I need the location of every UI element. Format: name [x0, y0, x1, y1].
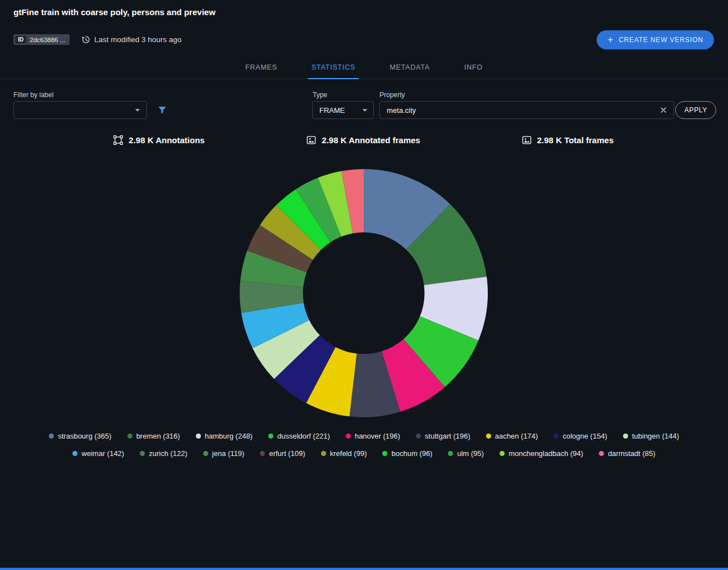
legend-label: strasbourg (365) — [58, 432, 111, 440]
legend-color-dot — [196, 434, 201, 439]
legend-color-dot — [268, 434, 273, 439]
id-badge-label: ID — [15, 36, 26, 43]
legend-label: monchengladbach (94) — [509, 449, 583, 458]
create-new-version-button[interactable]: + CREATE NEW VERSION — [597, 30, 714, 49]
legend-item-strasbourg[interactable]: strasbourg (365) — [49, 432, 111, 440]
legend-label: aachen (174) — [495, 432, 538, 440]
legend-label: zurich (122) — [149, 449, 187, 458]
legend-item-hamburg[interactable]: hamburg (248) — [196, 432, 253, 440]
legend-label: erfurt (109) — [269, 449, 305, 458]
tab-metadata[interactable]: METADATA — [386, 56, 433, 79]
tab-info[interactable]: INFO — [461, 56, 486, 79]
annotations-icon — [113, 135, 123, 145]
legend-color-dot — [382, 451, 387, 456]
legend-item-cologne[interactable]: cologne (154) — [553, 432, 607, 440]
filter-funnel-icon[interactable] — [157, 105, 167, 115]
chevron-down-icon — [132, 104, 143, 116]
stat-annotated-frames: 2.98 K Annotated frames — [261, 135, 465, 145]
city-distribution-donut-chart — [235, 164, 493, 422]
legend-label: stuttgart (196) — [425, 432, 470, 440]
legend-item-erfurt[interactable]: erfurt (109) — [260, 449, 305, 458]
legend-item-dusseldorf[interactable]: dusseldorf (221) — [268, 432, 330, 440]
stat-text: 2.98 K Total frames — [537, 135, 613, 145]
type-select[interactable]: FRAME — [312, 101, 374, 119]
legend-item-bochum[interactable]: bochum (96) — [382, 449, 432, 458]
legend-item-ulm[interactable]: ulm (95) — [448, 449, 484, 458]
legend-color-dot — [346, 434, 351, 439]
legend-label: bremen (316) — [136, 432, 180, 440]
legend-row: strasbourg (365)bremen (316)hamburg (248… — [0, 432, 728, 440]
legend-label: tubingen (144) — [632, 432, 679, 440]
chart-legend: strasbourg (365)bremen (316)hamburg (248… — [0, 432, 728, 467]
filter-by-label-label: Filter by label — [13, 91, 53, 99]
legend-item-stuttgart[interactable]: stuttgart (196) — [416, 432, 470, 440]
legend-color-dot — [599, 451, 604, 456]
tab-bar: FRAMES STATISTICS METADATA INFO — [0, 56, 728, 79]
dataset-id-chip[interactable]: ID 2dc63886 ... — [13, 34, 70, 45]
legend-label: cologne (154) — [562, 432, 607, 440]
legend-color-dot — [486, 434, 491, 439]
last-modified: Last modified 3 hours ago — [81, 35, 181, 44]
legend-label: dusseldorf (221) — [277, 432, 330, 440]
legend-color-dot — [260, 451, 265, 456]
bottom-progress-bar — [0, 568, 728, 570]
property-input-wrap — [379, 101, 674, 119]
history-icon — [81, 35, 90, 44]
legend-label: bochum (96) — [391, 449, 432, 458]
legend-color-dot — [127, 434, 132, 439]
dataset-id-value: 2dc63886 ... — [30, 37, 68, 43]
tab-statistics[interactable]: STATISTICS — [308, 56, 359, 79]
apply-button[interactable]: APPLY — [675, 101, 716, 119]
type-select-value: FRAME — [319, 106, 345, 115]
stat-total-frames: 2.98 K Total frames — [465, 135, 670, 145]
property-input[interactable] — [387, 106, 659, 115]
legend-item-jena[interactable]: jena (119) — [203, 449, 245, 458]
stat-text: 2.98 K Annotated frames — [322, 135, 420, 145]
legend-color-dot — [500, 451, 505, 456]
legend-item-darmstadt[interactable]: darmstadt (85) — [599, 449, 656, 458]
legend-label: darmstadt (85) — [608, 449, 656, 458]
tab-frames[interactable]: FRAMES — [242, 56, 281, 79]
legend-item-zurich[interactable]: zurich (122) — [140, 449, 187, 458]
page-title: gtFine train with coarse poly, persons a… — [13, 7, 216, 17]
legend-color-dot — [623, 434, 628, 439]
legend-item-monchengladbach[interactable]: monchengladbach (94) — [500, 449, 583, 458]
legend-color-dot — [321, 451, 326, 456]
stats-row: 2.98 K Annotations 2.98 K Annotated fram… — [57, 135, 670, 145]
clear-icon[interactable] — [659, 106, 668, 115]
legend-label: krefeld (99) — [330, 449, 367, 458]
dataset-statistics-page: gtFine train with coarse poly, persons a… — [0, 0, 728, 570]
legend-label: jena (119) — [212, 449, 245, 458]
legend-item-aachen[interactable]: aachen (174) — [486, 432, 538, 440]
legend-item-tubingen[interactable]: tubingen (144) — [623, 432, 679, 440]
legend-item-krefeld[interactable]: krefeld (99) — [321, 449, 367, 458]
legend-color-dot — [72, 451, 77, 456]
property-label: Property — [379, 91, 405, 99]
legend-label: ulm (95) — [457, 449, 484, 458]
create-new-version-label: CREATE NEW VERSION — [619, 36, 703, 44]
legend-color-dot — [416, 434, 421, 439]
plus-icon: + — [607, 35, 613, 44]
legend-item-hanover[interactable]: hanover (196) — [346, 432, 400, 440]
legend-label: hanover (196) — [355, 432, 400, 440]
legend-color-dot — [448, 451, 453, 456]
type-label: Type — [313, 91, 327, 99]
legend-row: weimar (142)zurich (122)jena (119)erfurt… — [0, 449, 728, 458]
legend-item-weimar[interactable]: weimar (142) — [72, 449, 124, 458]
filter-by-label-select[interactable] — [13, 101, 147, 119]
image-icon — [521, 135, 532, 145]
last-modified-text: Last modified 3 hours ago — [94, 35, 181, 44]
chevron-down-icon — [359, 104, 370, 116]
legend-item-bremen[interactable]: bremen (316) — [127, 432, 180, 440]
stat-annotations: 2.98 K Annotations — [57, 135, 261, 145]
legend-label: hamburg (248) — [205, 432, 253, 440]
legend-label: weimar (142) — [81, 449, 124, 458]
legend-color-dot — [203, 451, 208, 456]
legend-color-dot — [49, 434, 54, 439]
legend-color-dot — [140, 451, 145, 456]
stat-text: 2.98 K Annotations — [129, 135, 204, 145]
legend-color-dot — [553, 434, 558, 439]
image-icon — [306, 135, 317, 145]
chart-area — [235, 164, 493, 422]
